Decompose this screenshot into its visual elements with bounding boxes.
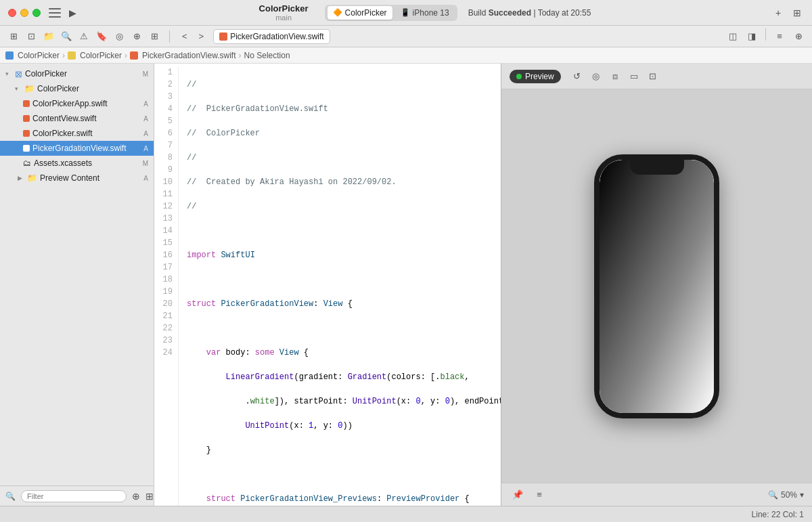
inspector-icon[interactable]: ⊡ <box>23 28 39 45</box>
preview-device-icon[interactable]: ▭ <box>626 68 642 85</box>
canvas-icon[interactable]: ◨ <box>744 28 760 45</box>
forward-button[interactable]: > <box>194 30 210 43</box>
file-badge-assets: M <box>143 160 148 167</box>
contentview-file-dot <box>23 115 30 122</box>
tab-colorpicker[interactable]: 🔶 ColorPicker <box>328 6 392 20</box>
sidebar-item-colorpickerapp[interactable]: ColorPickerApp.swift A <box>0 96 154 111</box>
main-content: ▾ ⊠ ColorPicker M ▾ 📁 ColorPicker ColorP… <box>0 64 812 506</box>
preview-inspect-icon[interactable]: ◎ <box>588 68 604 85</box>
preview-status-dot <box>516 74 522 79</box>
swift-file-icon: 🔶 <box>333 8 342 17</box>
nav-buttons: < > <box>177 30 209 43</box>
filter-icon: 🔍 <box>5 492 16 501</box>
code-content[interactable]: // // PickerGradationView.swift // Color… <box>179 66 501 506</box>
title-bar: ▶ ColorPicker main 🔶 ColorPicker 📱 iPhon… <box>0 0 812 26</box>
sidebar-toggle[interactable] <box>49 8 61 18</box>
breadcrumb-file[interactable]: PickerGradationView.swift <box>142 51 236 60</box>
environment-icon[interactable]: ⊕ <box>129 28 145 45</box>
zoom-control: 🔍 50% ▾ <box>768 490 804 500</box>
pickergradation-file-dot <box>23 145 30 152</box>
colorpicker-file-dot <box>23 130 30 137</box>
back-button[interactable]: < <box>177 30 193 43</box>
filter2-icon[interactable]: ⊞ <box>146 28 162 45</box>
iphone-mockup <box>594 154 719 418</box>
search-icon[interactable]: 🔍 <box>58 28 74 45</box>
preview-refresh-icon[interactable]: ↺ <box>569 68 585 85</box>
sidebar-item-assets[interactable]: 🗂 Assets.xcassets M <box>0 156 154 171</box>
toolbar-left-icons: ⊞ ⊡ 📁 🔍 ⚠ 🔖 ◎ ⊕ ⊞ <box>5 28 162 45</box>
status-bar: Line: 22 Col: 1 <box>0 506 812 522</box>
project-title: ColorPicker <box>259 3 309 14</box>
toolbar: ⊞ ⊡ 📁 🔍 ⚠ 🔖 ◎ ⊕ ⊞ < > PickerGradationVie… <box>0 26 812 47</box>
breadcrumb-selection[interactable]: No Selection <box>244 51 290 60</box>
breadcrumb-group[interactable]: ColorPicker <box>80 51 122 60</box>
sidebar-item-pickergradationview[interactable]: PickerGradationView.swift A <box>0 141 154 156</box>
play-button[interactable]: ▶ <box>66 7 78 19</box>
sidebar-item-group[interactable]: ▾ 📁 ColorPicker <box>0 81 154 96</box>
folder-icon[interactable]: 📁 <box>41 28 57 45</box>
file-label-colorpicker: ColorPicker.swift <box>32 129 93 138</box>
split-view-icon[interactable]: ◫ <box>725 28 741 45</box>
file-badge-preview-content: A <box>143 175 148 182</box>
toolbar-sep2 <box>765 28 766 41</box>
title-bar-tabs: 🔶 ColorPicker 📱 iPhone 13 <box>325 5 457 21</box>
swift-icon <box>219 32 227 41</box>
iphone-notch <box>630 160 684 175</box>
build-status: Build Succeeded | Today at 20:55 <box>468 8 591 18</box>
minimize-button[interactable] <box>20 9 28 17</box>
sidebar-item-root[interactable]: ▾ ⊠ ColorPicker M <box>0 66 154 81</box>
project-branch: main <box>275 14 292 22</box>
zoom-out-icon[interactable]: 🔍 <box>768 490 778 500</box>
sidebar-item-preview-content[interactable]: ▶ 📁 Preview Content A <box>0 171 154 186</box>
preview-toolbar: Preview ↺ ◎ ⧈ ▭ ⊡ <box>501 64 812 89</box>
preview-footer: 📌 ≡ 🔍 50% ▾ <box>501 483 812 506</box>
fullscreen-button[interactable] <box>32 9 41 17</box>
group-arrow: ▾ <box>15 85 22 92</box>
sort-button[interactable]: ⊞ <box>145 490 154 503</box>
preview-variants-icon[interactable]: ⊡ <box>645 68 661 85</box>
breadcrumb-folder-icon <box>68 51 76 60</box>
breadcrumb-file-icon <box>130 51 138 60</box>
preview-content <box>501 89 812 483</box>
footer-pin-icon[interactable]: 📌 <box>510 487 526 503</box>
bookmark-icon[interactable]: 🔖 <box>93 28 110 45</box>
tab-colorpicker-label: ColorPicker <box>345 8 387 18</box>
root-badge: M <box>143 70 148 78</box>
breadcrumb-sep2: › <box>125 51 127 60</box>
warning-icon[interactable]: ⚠ <box>76 28 92 45</box>
breadcrumb-sep3: › <box>239 51 242 60</box>
iphone-screen <box>600 160 714 413</box>
preview-badge: Preview <box>510 70 561 83</box>
footer-list-icon[interactable]: ≡ <box>531 487 547 503</box>
minimap-icon[interactable]: ≡ <box>771 28 788 45</box>
add-file-button[interactable]: ⊕ <box>132 490 140 503</box>
group-folder-icon: 📁 <box>24 84 35 93</box>
file-badge-pickergradationview: A <box>143 145 148 152</box>
add-tab-button[interactable]: + <box>771 6 785 20</box>
editor[interactable]: 12345 678910 1112131415 1617181920 21222… <box>154 64 501 506</box>
breadcrumb-project[interactable]: ColorPicker <box>18 51 60 60</box>
layout-button[interactable]: ⊞ <box>790 6 804 20</box>
tab-iphone13[interactable]: 📱 iPhone 13 <box>395 6 455 20</box>
file-label-preview-content: Preview Content <box>40 173 99 183</box>
preview-duplicate-icon[interactable]: ⧈ <box>607 68 623 85</box>
structure-icon[interactable]: ⊞ <box>5 28 22 45</box>
preview-panel: Preview ↺ ◎ ⧈ ▭ ⊡ 📌 ≡ 🔍 50% <box>501 64 812 506</box>
sidebar-item-colorpicker[interactable]: ColorPicker.swift A <box>0 126 154 141</box>
code-area: 12345 678910 1112131415 1617181920 21222… <box>154 64 501 506</box>
zoom-chevron[interactable]: ▾ <box>800 490 804 500</box>
title-bar-left <box>49 8 61 18</box>
sidebar-item-contentview[interactable]: ContentView.swift A <box>0 111 154 126</box>
file-badge-colorpicker: A <box>143 130 148 137</box>
diff-icon[interactable]: ⊕ <box>790 28 807 45</box>
sidebar-footer: 🔍 ⊕ ⊞ <box>0 485 154 506</box>
line-numbers: 12345 678910 1112131415 1617181920 21222… <box>154 66 179 506</box>
filter-input[interactable] <box>21 490 127 502</box>
breakpoint-icon[interactable]: ◎ <box>111 28 127 45</box>
file-label-assets: Assets.xcassets <box>34 158 92 168</box>
file-tab[interactable]: PickerGradationView.swift <box>213 29 330 44</box>
file-tab-name: PickerGradationView.swift <box>230 32 324 41</box>
close-button[interactable] <box>8 9 16 17</box>
breadcrumb-sep1: › <box>62 51 65 60</box>
footer-icons: 📌 ≡ <box>510 487 547 503</box>
